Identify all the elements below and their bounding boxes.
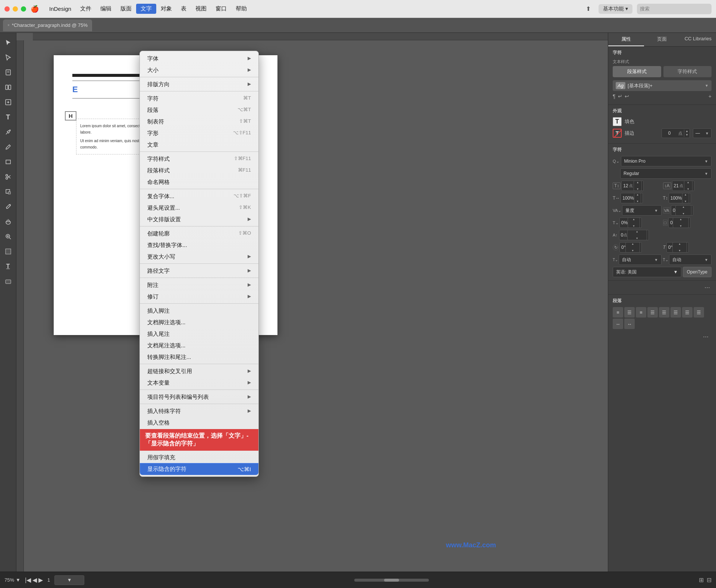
para-icon-add[interactable]: + <box>709 93 712 99</box>
type-vertical-tool[interactable]: T <box>1 260 15 273</box>
v-scale-arrows[interactable]: ▲ ▼ <box>682 193 689 203</box>
align-justify-last-right[interactable]: ☰ <box>682 307 693 318</box>
menu-item-find-font[interactable]: 查找/替换字体... <box>140 239 258 251</box>
menu-item-insert-endnote[interactable]: 插入尾注 <box>140 328 258 340</box>
menu-window[interactable]: 窗口 <box>211 4 231 14</box>
spread-view-icon[interactable]: ⊟ <box>707 576 712 584</box>
eyedropper-tool[interactable] <box>1 200 15 213</box>
type-tool[interactable]: T <box>1 110 15 124</box>
bs-up[interactable]: ▲ <box>636 230 638 233</box>
menu-item-type-on-path[interactable]: 路径文字 ▶ <box>140 265 258 276</box>
zoom-dropdown-arrow[interactable]: ▼ <box>16 577 21 583</box>
language-dropdown[interactable]: 英语: 美国 ▼ <box>613 267 681 277</box>
menu-item-story[interactable]: 文章 <box>140 139 258 150</box>
rotation-arrows[interactable]: ▲ ▼ <box>625 242 640 253</box>
spacing-up[interactable]: ▲ <box>679 218 682 221</box>
document-tab[interactable]: × *Character_paragraph.indd @ 75% <box>3 19 92 31</box>
para-more-button[interactable]: ··· <box>700 331 712 342</box>
kern-dropdown[interactable]: 量度 ▼ <box>622 205 662 216</box>
bs-arrows[interactable]: ▲ ▼ <box>627 230 647 240</box>
align-left-button[interactable]: ≡ <box>613 307 623 318</box>
menu-item-composite-font[interactable]: 复合字体... ⌥⇧⌘F <box>140 190 258 202</box>
h-scale-arrows[interactable]: ▲ ▼ <box>634 193 641 203</box>
rot-up[interactable]: ▲ <box>631 243 634 245</box>
align-right-button[interactable]: ≡ <box>636 307 646 318</box>
page-select[interactable]: ▼ <box>54 575 84 585</box>
first-page-button[interactable]: |◀ <box>25 576 31 584</box>
menu-item-track-changes[interactable]: 修订 ▶ <box>140 291 258 302</box>
menu-item-kinsoku[interactable]: 避头尾设置... ⇧⌘K <box>140 202 258 213</box>
scroll-thumb[interactable] <box>384 579 399 582</box>
font-style-dropdown[interactable]: Regular ▼ <box>620 168 712 179</box>
menu-type[interactable]: 文字 <box>136 4 156 14</box>
workspace-button[interactable]: 基本功能 ▾ <box>599 4 632 14</box>
pen-tool[interactable] <box>1 125 15 139</box>
tab-pages[interactable]: 页面 <box>644 33 680 46</box>
auto1-dropdown[interactable]: 自动 ▼ <box>619 254 661 265</box>
menu-layout[interactable]: 版面 <box>116 4 136 14</box>
tracking-up[interactable]: ▲ <box>682 206 685 209</box>
menu-item-cjk-settings[interactable]: 中文排版设置 ▶ <box>140 213 258 225</box>
para-icon-2[interactable]: ↵ <box>618 93 622 99</box>
pages-view-icon[interactable]: ⊞ <box>699 576 704 584</box>
font-name-dropdown[interactable]: Minion Pro ▼ <box>621 156 712 166</box>
hand-tool[interactable] <box>1 215 15 228</box>
menu-item-change-case[interactable]: 更改大小写 ▶ <box>140 251 258 262</box>
para-style-button[interactable]: 段落样式 <box>613 66 661 77</box>
menu-item-insert-space[interactable]: 插入空格 <box>140 417 258 428</box>
page-tool[interactable] <box>1 66 15 79</box>
tracking-input[interactable]: 0 ▲ ▼ <box>671 205 693 216</box>
stroke-up-arrow[interactable]: ▲ <box>684 129 690 133</box>
stroke-down-arrow[interactable]: ▼ <box>684 133 690 137</box>
h-scale-down[interactable]: ▼ <box>636 200 639 203</box>
size-down[interactable]: ▼ <box>637 188 639 191</box>
char-spacing-input[interactable]: 0 ▲ ▼ <box>668 218 691 228</box>
leading-down[interactable]: ▼ <box>687 188 690 191</box>
menu-item-insert-special[interactable]: 插入特殊字符 ▶ <box>140 405 258 417</box>
stroke-arrows[interactable]: ▲ ▼ <box>684 129 690 137</box>
menu-item-para-styles[interactable]: 段落样式 ⌘F11 <box>140 165 258 176</box>
menu-item-tabs[interactable]: 制表符 ⇧⌘T <box>140 116 258 127</box>
spacing-arrows[interactable]: ▲ ▼ <box>673 218 689 228</box>
menu-table[interactable]: 表 <box>176 4 191 14</box>
menu-item-lists[interactable]: 项目符号列表和编号列表 ▶ <box>140 391 258 403</box>
free-transform-tool[interactable] <box>1 185 15 198</box>
menu-item-text-variables[interactable]: 文本变量 ▶ <box>140 377 258 388</box>
placeholder-tool-1[interactable] <box>1 245 15 258</box>
menu-view[interactable]: 视图 <box>191 4 211 14</box>
search-input[interactable] <box>637 4 712 14</box>
frame-tool[interactable] <box>1 275 15 288</box>
stroke-number[interactable] <box>662 131 677 136</box>
menu-item-footnote-options[interactable]: 文档脚注选项... <box>140 316 258 328</box>
align-away-spine[interactable]: ↔ <box>624 319 635 329</box>
fullscreen-button[interactable] <box>21 6 26 12</box>
h-scale-up[interactable]: ▲ <box>636 193 639 196</box>
stroke-value-input[interactable]: 点 ▲ ▼ <box>662 128 690 138</box>
menu-help[interactable]: 帮助 <box>231 4 251 14</box>
size-arrows[interactable]: ▲ ▼ <box>634 181 642 191</box>
share-button[interactable]: ⬆ <box>582 3 594 15</box>
next-page-button[interactable]: ▶ <box>38 576 43 584</box>
size-up[interactable]: ▲ <box>637 181 639 184</box>
more-button[interactable]: ··· <box>701 282 713 293</box>
prev-page-button[interactable]: ◀ <box>32 576 37 584</box>
auto2-dropdown[interactable]: 自动 ▼ <box>669 254 712 265</box>
close-button[interactable] <box>4 6 10 12</box>
menu-item-font[interactable]: 字体 ▶ <box>140 53 258 64</box>
skew-up[interactable]: ▲ <box>678 243 681 245</box>
leading-up[interactable]: ▲ <box>687 181 690 184</box>
apple-menu[interactable]: 🍎 <box>31 5 39 13</box>
rectangle-tool[interactable] <box>1 155 15 169</box>
menu-object[interactable]: 对象 <box>156 4 176 14</box>
tracking-down[interactable]: ▼ <box>682 212 685 215</box>
menu-item-hyperlinks[interactable]: 超链接和交叉引用 ▶ <box>140 365 258 377</box>
gap-tool[interactable] <box>1 81 15 94</box>
menu-item-create-outlines[interactable]: 创建轮廓 ⇧⌘O <box>140 228 258 239</box>
menu-item-convert-notes[interactable]: 转换脚注和尾注... <box>140 351 258 363</box>
tab-close-button[interactable]: × <box>7 23 10 27</box>
menu-item-size[interactable]: 大小 ▶ <box>140 64 258 76</box>
baseline-shift-input[interactable]: 0 点 ▲ ▼ <box>619 230 649 240</box>
leading-input[interactable]: 21 点 ▲ ▼ <box>672 181 694 191</box>
baseline-up[interactable]: ▲ <box>632 218 635 221</box>
rot-down[interactable]: ▼ <box>631 249 634 252</box>
